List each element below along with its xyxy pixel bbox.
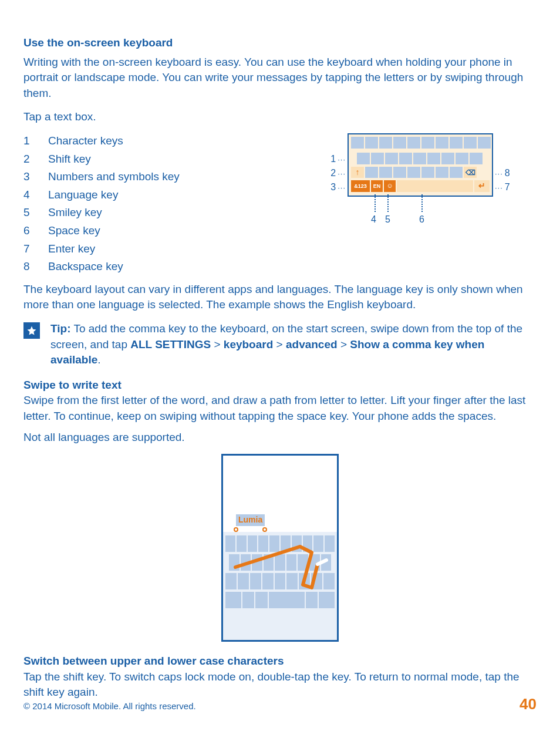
legend-and-diagram: 1Character keys 2Shift key 3Numbers and …: [23, 133, 537, 277]
legend-item: 2Shift key: [23, 151, 294, 167]
legend-item: 3Numbers and symbols key: [23, 169, 294, 185]
legend-number: 2: [23, 151, 48, 167]
selection-handle-icon: [234, 527, 238, 532]
star-icon: [23, 322, 40, 339]
legend-list: 1Character keys 2Shift key 3Numbers and …: [23, 133, 294, 277]
switch-heading: Switch between upper and lower case char…: [23, 653, 537, 669]
legend-item: 8Backspace key: [23, 259, 294, 275]
legend-label: Space key: [48, 223, 294, 239]
shift-key-icon: ↑: [351, 167, 364, 178]
selected-word: Lumia: [238, 515, 262, 524]
legend-label: Backspace key: [48, 259, 294, 275]
swipe-heading: Swipe to write text: [23, 378, 537, 393]
enter-key-icon: ↵: [474, 180, 490, 192]
callout-8: 8: [505, 168, 510, 178]
legend-number: 7: [23, 241, 48, 257]
legend-label: Smiley key: [48, 205, 294, 221]
legend-label: Language key: [48, 187, 294, 203]
intro-paragraph: Writing with the on-screen keyboard is e…: [23, 55, 537, 102]
callout-3: 3: [330, 182, 336, 192]
legend-item: 5Smiley key: [23, 205, 294, 221]
legend-item: 4Language key: [23, 187, 294, 203]
tip-path-keyboard: keyboard: [224, 338, 273, 351]
legend-number: 4: [23, 187, 48, 203]
legend-item: 7Enter key: [23, 241, 294, 257]
copyright-text: © 2014 Microsoft Mobile. All rights rese…: [23, 700, 196, 712]
page-content: Use the on-screen keyboard Writing with …: [23, 35, 537, 700]
tip-label: Tip:: [50, 322, 70, 335]
swipe-body: Swipe from the first letter of the word,…: [23, 393, 537, 424]
legend-label: Enter key: [48, 241, 294, 257]
legend-number: 6: [23, 223, 48, 239]
swipe-note: Not all languages are supported.: [23, 430, 537, 446]
legend-label: Numbers and symbols key: [48, 169, 294, 185]
legend-label: Shift key: [48, 151, 294, 167]
page-number: 40: [519, 693, 537, 715]
tap-instruction: Tap a text box.: [23, 109, 537, 125]
tip-block: Tip: To add the comma key to the keyboar…: [23, 321, 537, 368]
page-footer: © 2014 Microsoft Mobile. All rights rese…: [23, 693, 537, 715]
keyboard-diagram: 1··· 2··· ↑ ⌫: [311, 133, 537, 277]
tip-path-advanced: advanced: [286, 338, 338, 351]
legend-item: 6Space key: [23, 223, 294, 239]
smiley-key-icon: ☺: [384, 180, 396, 192]
language-key-icon: EN: [371, 180, 383, 192]
text-selection: Lumia: [236, 514, 265, 526]
callout-5: 5: [385, 213, 390, 226]
callout-7: 7: [505, 182, 510, 192]
legend-number: 1: [23, 133, 48, 149]
callout-2: 2: [330, 168, 336, 178]
legend-label: Character keys: [48, 133, 294, 149]
swipe-illustration: Lumia: [221, 454, 339, 642]
callout-1: 1: [330, 154, 336, 164]
tip-text: Tip: To add the comma key to the keyboar…: [50, 321, 537, 368]
legend-number: 3: [23, 169, 48, 185]
layout-note: The keyboard layout can vary in differen…: [23, 282, 537, 313]
callout-4: 4: [371, 213, 376, 226]
numsym-key-icon: &123: [351, 180, 370, 192]
legend-number: 8: [23, 259, 48, 275]
legend-item: 1Character keys: [23, 133, 294, 149]
section-heading: Use the on-screen keyboard: [23, 35, 537, 51]
callout-6: 6: [419, 213, 424, 226]
backspace-key-icon: ⌫: [464, 167, 477, 178]
phone-keyboard: [223, 532, 337, 640]
legend-number: 5: [23, 205, 48, 221]
selection-handle-icon: [262, 527, 267, 532]
tip-path-all-settings: ALL SETTINGS: [130, 338, 211, 351]
space-key-icon: [397, 180, 473, 192]
